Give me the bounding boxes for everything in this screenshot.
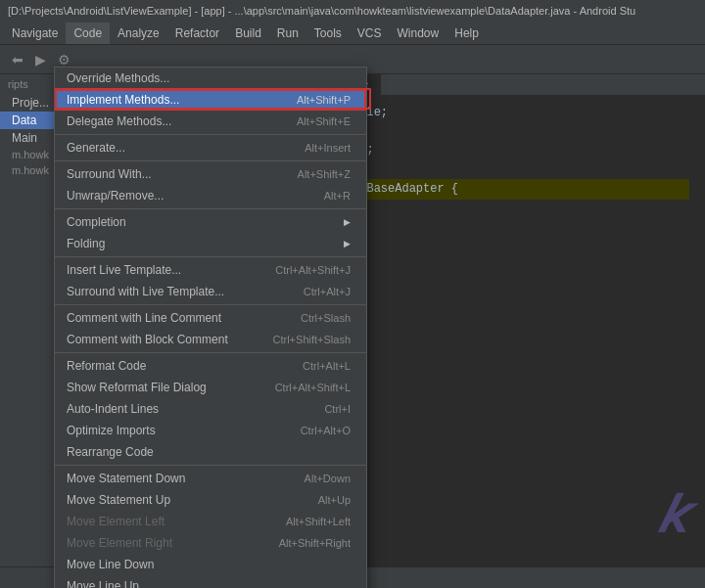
menu-separator-5 [55, 304, 366, 305]
menu-shortcut-move-elem-left: Alt+Shift+Left [286, 516, 351, 527]
menu-label-reformat: Reformat Code [67, 359, 279, 373]
menu-label-override: Override Methods... [67, 71, 327, 85]
menu-item-override-methods[interactable]: Override Methods... [55, 68, 366, 89]
menu-label-unwrap: Unwrap/Remove... [67, 189, 301, 203]
menu-run[interactable]: Run [269, 23, 306, 44]
menu-label-insert-live: Insert Live Template... [67, 263, 252, 277]
toolbar-icon-2[interactable]: ▶ [31, 50, 50, 69]
menu-label-optimize: Optimize Imports [67, 424, 277, 437]
menu-shortcut-insert-live: Ctrl+Alt+Shift+J [275, 264, 351, 276]
menu-label-block-comment: Comment with Block Comment [67, 333, 250, 346]
menu-label-surround-live: Surround with Live Template... [67, 285, 280, 298]
menu-label-reformat-dialog: Show Reformat File Dialog [67, 381, 252, 394]
menu-item-auto-indent[interactable]: Auto-Indent Lines Ctrl+I [55, 398, 366, 420]
menu-separator-2 [55, 160, 366, 161]
menu-analyze[interactable]: Analyze [110, 23, 167, 44]
menu-label-folding: Folding [67, 237, 336, 250]
menu-label-move-line-up: Move Line Up [67, 579, 327, 588]
menu-item-delegate-methods[interactable]: Delegate Methods... Alt+Shift+E [55, 111, 366, 132]
menu-shortcut-move-elem-right: Alt+Shift+Right [279, 537, 351, 549]
menu-shortcut-block-comment: Ctrl+Shift+Slash [273, 334, 351, 345]
watermark-logo: 𝘬 [657, 479, 685, 547]
menu-label-move-elem-left: Move Element Left [67, 515, 262, 528]
menu-bar: Navigate Code Analyze Refactor Build Run… [0, 22, 705, 45]
menu-item-move-statement-down[interactable]: Move Statement Down Alt+Down [55, 468, 366, 489]
title-bar: [D:\Projects\Android\ListViewExample] - … [0, 0, 705, 22]
menu-item-move-line-down[interactable]: Move Line Down [55, 554, 366, 575]
menu-separator-7 [55, 465, 366, 466]
menu-item-line-comment[interactable]: Comment with Line Comment Ctrl+Slash [55, 307, 366, 329]
menu-shortcut-unwrap: Alt+R [324, 190, 351, 202]
menu-label-auto-indent: Auto-Indent Lines [67, 402, 301, 416]
menu-help[interactable]: Help [446, 23, 487, 44]
menu-build[interactable]: Build [227, 23, 269, 44]
menu-separator-4 [55, 256, 366, 257]
menu-item-insert-live-template[interactable]: Insert Live Template... Ctrl+Alt+Shift+J [55, 259, 366, 281]
menu-shortcut-auto-indent: Ctrl+I [324, 403, 351, 415]
menu-item-optimize-imports[interactable]: Optimize Imports Ctrl+Alt+O [55, 420, 366, 441]
menu-item-move-elem-left: Move Element Left Alt+Shift+Left [55, 511, 366, 532]
menu-tools[interactable]: Tools [306, 23, 350, 44]
title-text: [D:\Projects\Android\ListViewExample] - … [8, 5, 635, 17]
menu-shortcut-optimize: Ctrl+Alt+O [301, 425, 351, 436]
menu-label-surround: Surround With... [67, 167, 274, 181]
menu-label-move-stmt-down: Move Statement Down [67, 472, 281, 485]
menu-item-folding[interactable]: Folding [55, 233, 366, 254]
menu-item-move-line-up[interactable]: Move Line Up [55, 575, 366, 588]
menu-shortcut-surround: Alt+Shift+Z [298, 168, 351, 180]
watermark: 𝘬 [657, 479, 685, 547]
menu-code[interactable]: Code [66, 23, 110, 44]
menu-item-unwrap[interactable]: Unwrap/Remove... Alt+R [55, 185, 366, 206]
menu-item-reformat-dialog[interactable]: Show Reformat File Dialog Ctrl+Alt+Shift… [55, 377, 366, 398]
menu-item-rearrange[interactable]: Rearrange Code [55, 441, 366, 463]
menu-label-completion: Completion [67, 215, 336, 229]
menu-shortcut-reformat: Ctrl+Alt+L [303, 360, 351, 372]
menu-shortcut-delegate: Alt+Shift+E [297, 115, 351, 127]
menu-navigate[interactable]: Navigate [4, 23, 66, 44]
menu-shortcut-implement: Alt+Shift+P [297, 94, 351, 106]
menu-separator-6 [55, 352, 366, 353]
menu-separator-3 [55, 208, 366, 209]
menu-label-generate: Generate... [67, 141, 281, 155]
menu-shortcut-line-comment: Ctrl+Slash [301, 312, 351, 324]
menu-item-move-statement-up[interactable]: Move Statement Up Alt+Up [55, 489, 366, 511]
menu-shortcut-move-stmt-down: Alt+Down [305, 473, 351, 484]
menu-label-move-elem-right: Move Element Right [67, 536, 256, 550]
menu-window[interactable]: Window [390, 23, 447, 44]
menu-label-line-comment: Comment with Line Comment [67, 311, 277, 325]
code-dropdown-menu[interactable]: Override Methods... Implement Methods...… [54, 67, 367, 588]
menu-item-surround-live[interactable]: Surround with Live Template... Ctrl+Alt+… [55, 281, 366, 302]
menu-label-delegate: Delegate Methods... [67, 114, 273, 128]
menu-item-block-comment[interactable]: Comment with Block Comment Ctrl+Shift+Sl… [55, 329, 366, 350]
menu-item-implement-methods[interactable]: Implement Methods... Alt+Shift+P [55, 89, 366, 111]
menu-item-completion[interactable]: Completion [55, 211, 366, 233]
menu-shortcut-move-stmt-up: Alt+Up [318, 494, 351, 506]
menu-label-rearrange: Rearrange Code [67, 445, 327, 459]
menu-separator-1 [55, 134, 366, 135]
menu-item-surround-with[interactable]: Surround With... Alt+Shift+Z [55, 163, 366, 185]
toolbar-icon-1[interactable]: ⬅ [8, 50, 27, 69]
menu-shortcut-generate: Alt+Insert [305, 142, 351, 154]
menu-item-move-elem-right: Move Element Right Alt+Shift+Right [55, 532, 366, 554]
menu-label-move-stmt-up: Move Statement Up [67, 493, 295, 507]
menu-label-implement: Implement Methods... [67, 93, 273, 107]
menu-label-move-line-down: Move Line Down [67, 558, 327, 571]
menu-item-reformat[interactable]: Reformat Code Ctrl+Alt+L [55, 355, 366, 377]
menu-vcs[interactable]: VCS [350, 23, 390, 44]
menu-item-generate[interactable]: Generate... Alt+Insert [55, 137, 366, 158]
menu-shortcut-reformat-dialog: Ctrl+Alt+Shift+L [275, 382, 351, 393]
menu-shortcut-surround-live: Ctrl+Alt+J [304, 286, 351, 297]
menu-refactor[interactable]: Refactor [167, 23, 227, 44]
